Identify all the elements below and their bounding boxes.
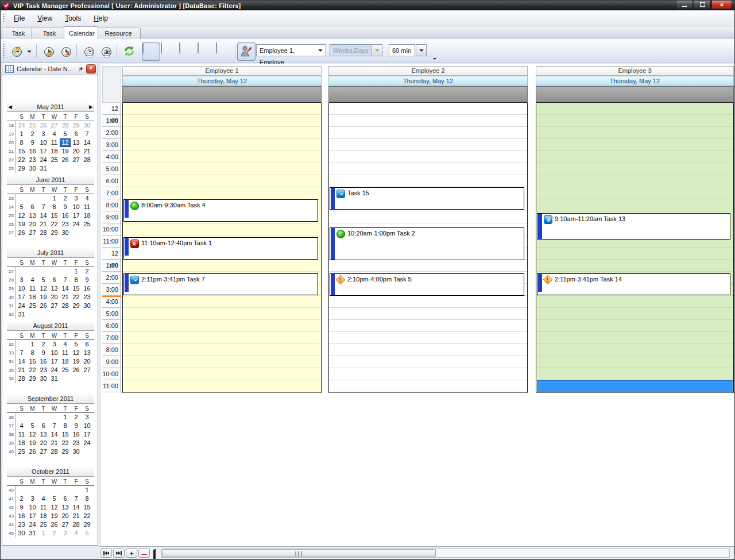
day-cell[interactable]: 6 — [60, 495, 71, 503]
view-list-button[interactable] — [215, 43, 234, 61]
menu-tools[interactable]: Tools — [60, 13, 86, 24]
day-cell[interactable]: 30 — [82, 121, 92, 130]
day-cell[interactable]: 29 — [82, 520, 92, 529]
day-cell[interactable]: 25 — [16, 447, 27, 456]
new-task-dropdown-button[interactable] — [25, 43, 34, 61]
day-cell[interactable]: 21 — [82, 147, 92, 156]
day-cell[interactable]: 27 — [38, 447, 49, 456]
day-cell[interactable]: 19 — [38, 293, 49, 302]
day-cell[interactable]: 6 — [49, 276, 60, 284]
interval-dropdown-button[interactable] — [416, 44, 427, 56]
day-cell[interactable]: 28 — [60, 121, 71, 130]
day-cell[interactable]: 20 — [60, 512, 71, 520]
day-cell[interactable]: 1 — [60, 413, 71, 422]
day-cell[interactable]: 18 — [82, 211, 92, 220]
day-cell[interactable]: 19 — [16, 220, 27, 229]
day-cell[interactable]: 21 — [49, 439, 60, 447]
day-cell[interactable]: 2 — [60, 194, 71, 203]
day-grid-employee3[interactable]: « 9:10am-11:20am Task 13 ! 2:11pm-3:41pm… — [536, 103, 734, 393]
day-cell[interactable]: 17 — [71, 211, 82, 220]
day-cell[interactable]: 24 — [16, 302, 27, 310]
day-cell[interactable]: 24 — [16, 121, 27, 130]
day-cell[interactable]: 22 — [82, 512, 92, 520]
tab-resource-list[interactable]: Resource List — [96, 28, 141, 39]
day-cell[interactable]: 23 — [27, 156, 38, 164]
day-cell[interactable]: 24 — [71, 220, 82, 229]
remove-resource-button[interactable] — [138, 549, 150, 558]
day-cell[interactable]: 29 — [49, 229, 60, 237]
day-cell[interactable]: 5 — [82, 529, 92, 538]
day-cell[interactable]: 26 — [60, 156, 71, 164]
day-cell[interactable]: 23 — [16, 520, 27, 529]
day-cell[interactable]: 11 — [16, 430, 27, 439]
day-cell[interactable]: 30 — [27, 164, 38, 173]
day-cell[interactable]: 26 — [49, 520, 60, 529]
resource-filter-combo[interactable]: Employee 1, Employe — [256, 44, 326, 56]
day-cell[interactable]: 28 — [71, 520, 82, 529]
day-cell[interactable]: 20 — [49, 293, 60, 302]
day-cell[interactable]: 19 — [27, 439, 38, 447]
pin-icon[interactable] — [78, 66, 84, 72]
day-cell[interactable]: 11 — [27, 284, 38, 293]
day-cell[interactable]: 5 — [71, 340, 82, 349]
day-cell[interactable]: 3 — [71, 194, 82, 203]
day-cell[interactable]: 7 — [71, 495, 82, 503]
day-cell[interactable]: 12 — [60, 138, 71, 147]
tab-task-tree[interactable]: Task Tree — [32, 28, 67, 39]
day-cell[interactable]: 11 — [49, 138, 60, 147]
day-cell[interactable]: 5 — [16, 203, 27, 211]
day-cell[interactable]: 2 — [27, 130, 38, 138]
day-cell[interactable]: 29 — [71, 302, 82, 310]
day-cell[interactable]: 24 — [27, 520, 38, 529]
day-cell[interactable]: 2 — [38, 340, 49, 349]
add-resource-button[interactable] — [126, 549, 137, 558]
day-cell[interactable]: 12 — [16, 211, 27, 220]
first-resource-button[interactable] — [100, 549, 112, 558]
calendar-event-task5[interactable]: ! 2:10pm-4:00pm Task 5 — [330, 273, 524, 296]
day-cell[interactable]: 21 — [16, 366, 27, 374]
day-cell[interactable]: 12 — [49, 503, 60, 512]
tab-task-list[interactable]: Task List — [2, 28, 35, 39]
day-cell[interactable]: 1 — [82, 486, 92, 495]
tab-calendar[interactable]: Calendar — [64, 26, 98, 40]
day-cell[interactable]: 16 — [71, 430, 82, 439]
day-cell[interactable]: 14 — [71, 503, 82, 512]
day-cell[interactable]: 29 — [71, 121, 82, 130]
day-cell[interactable]: 10 — [49, 349, 60, 357]
day-cell[interactable]: 7 — [38, 203, 49, 211]
day-cell[interactable]: 5 — [60, 130, 71, 138]
day-cell[interactable]: 20 — [27, 220, 38, 229]
day-cell[interactable]: 11 — [82, 203, 92, 211]
day-cell[interactable]: 17 — [49, 357, 60, 366]
day-cell[interactable]: 29 — [60, 447, 71, 456]
day-cell[interactable]: 7 — [49, 422, 60, 430]
day-cell[interactable]: 13 — [49, 284, 60, 293]
next-month-arrow-icon[interactable]: ▶ — [89, 104, 93, 110]
day-cell[interactable]: 15 — [60, 430, 71, 439]
day-cell[interactable]: 23 — [82, 293, 92, 302]
day-cell[interactable]: 10 — [71, 203, 82, 211]
day-cell[interactable]: 1 — [38, 529, 49, 538]
day-cell[interactable]: 16 — [27, 147, 38, 156]
day-cell[interactable]: 5 — [38, 276, 49, 284]
day-cell[interactable]: 18 — [16, 439, 27, 447]
day-cell[interactable]: 14 — [16, 357, 27, 366]
day-cell[interactable]: 20 — [38, 439, 49, 447]
day-cell[interactable]: 8 — [82, 495, 92, 503]
day-cell[interactable]: 14 — [38, 211, 49, 220]
day-cell[interactable]: 24 — [49, 366, 60, 374]
new-task-button[interactable] — [7, 43, 26, 61]
day-cell[interactable]: 31 — [27, 529, 38, 538]
day-cell[interactable]: 4 — [16, 422, 27, 430]
calendar-event-task2[interactable]: 10:20am-1:00pm Task 2 — [330, 227, 524, 260]
day-cell[interactable]: 19 — [71, 357, 82, 366]
day-cell[interactable]: 2 — [49, 529, 60, 538]
day-cell[interactable]: 9 — [16, 503, 27, 512]
day-cell[interactable]: 21 — [60, 293, 71, 302]
day-cell[interactable]: 26 — [16, 229, 27, 237]
day-cell[interactable]: 9 — [27, 138, 38, 147]
scrollbar-thumb[interactable] — [162, 549, 436, 557]
day-cell[interactable]: 25 — [27, 302, 38, 310]
day-cell[interactable]: 9 — [71, 422, 82, 430]
menu-help[interactable]: Help — [88, 13, 113, 24]
